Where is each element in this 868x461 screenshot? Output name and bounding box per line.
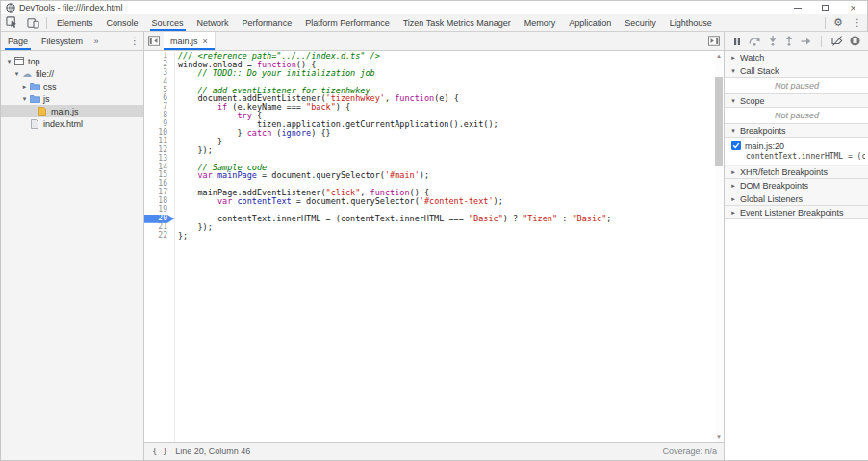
breakpoint-snippet[interactable]: contentText.innerHTML = (co… <box>731 152 865 161</box>
section-label: DOM Breakpoints <box>740 181 808 191</box>
section-dom-breakpoints[interactable]: ▸DOM Breakpoints <box>725 179 868 192</box>
settings-gear-icon[interactable]: ⚙ <box>829 14 848 31</box>
line-number[interactable]: 4 <box>144 78 174 87</box>
section-label: Watch <box>740 53 764 63</box>
tree-item-main-js[interactable]: main.js <box>1 105 143 117</box>
toolbar-divider <box>825 17 826 29</box>
step-into-icon[interactable] <box>768 36 778 46</box>
line-number[interactable]: 3 <box>144 69 174 78</box>
navigator-menu-icon[interactable]: ⋮ <box>126 32 143 50</box>
scroll-up-icon[interactable]: ▲ <box>714 52 724 61</box>
code-line: 18 var contentText = document.querySelec… <box>144 197 714 206</box>
deactivate-breakpoints-icon[interactable] <box>831 36 843 46</box>
minimize-button[interactable] <box>783 1 811 14</box>
line-number[interactable]: 1 <box>144 52 174 61</box>
script-icon <box>37 107 48 116</box>
cloud-icon: ☁ <box>21 70 33 78</box>
editor-tabstrip: main.js × <box>144 32 724 51</box>
tab-memory[interactable]: Memory <box>518 14 563 31</box>
code-text: // TODO:: Do your initialization job <box>178 69 375 78</box>
code-line: 12 }); <box>144 146 714 155</box>
main-menu-icon[interactable]: ⋮ <box>848 14 867 31</box>
tab-elements[interactable]: Elements <box>50 14 100 31</box>
tree-item-label: main.js <box>51 107 79 116</box>
device-toolbar-button[interactable] <box>22 14 43 31</box>
main-toolbar: ElementsConsoleSourcesNetworkPerformance… <box>1 14 867 32</box>
tree-item-label: top <box>28 57 40 66</box>
title-bar: DevTools - file:///index.html × <box>1 1 867 14</box>
section-scope[interactable]: ▾Scope <box>725 94 868 108</box>
section-event-listener-breakpoints[interactable]: ▸Event Listener Breakpoints <box>725 206 868 219</box>
coverage-status: Coverage: n/a <box>662 447 724 456</box>
more-tabs-icon[interactable]: » <box>89 32 103 50</box>
code-area[interactable]: 1/// <reference path="../../index.d.ts" … <box>144 52 714 442</box>
pause-icon[interactable] <box>732 37 742 46</box>
line-number[interactable]: 5 <box>144 87 174 95</box>
tree-item-js[interactable]: ▾js <box>1 92 143 105</box>
pause-on-exceptions-icon[interactable] <box>850 36 860 46</box>
step-over-icon[interactable] <box>749 37 761 46</box>
tab-platform-performance[interactable]: Platform Performance <box>298 14 396 31</box>
tab-console[interactable]: Console <box>100 14 145 31</box>
code-line: 10 } catch (ignore) {} <box>144 129 714 138</box>
breakpoint-badge[interactable]: 20 <box>144 215 174 223</box>
tab-tizen-task-metrics-manager[interactable]: Tizen Task Metrics Manager <box>396 14 518 31</box>
tree-item-file[interactable]: ▾☁file:// <box>1 67 143 80</box>
breakpoint-entry[interactable]: main.js:20contentText.innerHTML = (co… <box>725 138 868 166</box>
toggle-debugger-icon[interactable] <box>704 32 724 50</box>
device-toolbar-icon <box>27 17 39 29</box>
line-number[interactable]: 19 <box>144 206 174 215</box>
line-number[interactable]: 2 <box>144 61 174 69</box>
tab-network[interactable]: Network <box>191 14 236 31</box>
section-watch[interactable]: ▸Watch <box>725 51 868 64</box>
tree-item-label: css <box>43 82 57 91</box>
cursor-position: Line 20, Column 46 <box>175 447 250 456</box>
tab-security[interactable]: Security <box>618 14 663 31</box>
line-number[interactable]: 8 <box>144 112 174 120</box>
expander-closed-icon[interactable]: ▸ <box>20 83 29 90</box>
tab-sources[interactable]: Sources <box>145 14 191 31</box>
maximize-icon <box>822 5 829 11</box>
section-global-listeners[interactable]: ▸Global Listeners <box>725 192 868 206</box>
expander-open-icon[interactable]: ▾ <box>13 70 21 78</box>
scrollbar-thumb[interactable] <box>715 77 723 166</box>
line-number[interactable]: 6 <box>144 94 174 103</box>
tab-lighthouse[interactable]: Lighthouse <box>663 14 719 31</box>
tab-filesystem[interactable]: Filesystem <box>35 32 89 50</box>
breakpoint-checkbox[interactable] <box>731 141 741 152</box>
editor-scrollbar[interactable]: ▲ ▼ <box>714 52 724 442</box>
step-icon[interactable] <box>801 37 811 46</box>
tab-performance[interactable]: Performance <box>236 14 299 31</box>
close-button[interactable]: × <box>839 1 867 14</box>
tab-page[interactable]: Page <box>1 32 35 50</box>
section-call-stack[interactable]: ▾Call Stack <box>725 64 868 78</box>
editor-tab-mainjs[interactable]: main.js × <box>164 32 216 50</box>
inspect-element-button[interactable] <box>1 14 22 31</box>
tab-application[interactable]: Application <box>562 14 618 31</box>
expander-open-icon[interactable]: ▾ <box>20 95 29 103</box>
tree-item-css[interactable]: ▸css <box>1 80 143 92</box>
expander-open-icon[interactable]: ▾ <box>5 58 13 65</box>
debugger-toolbar <box>725 32 868 51</box>
step-out-icon[interactable] <box>784 36 794 46</box>
pretty-print-icon[interactable]: { } <box>144 447 175 456</box>
line-number[interactable]: 22 <box>144 232 174 241</box>
scroll-down-icon[interactable]: ▼ <box>714 433 724 442</box>
not-paused-message: Not paused <box>725 108 868 124</box>
toggle-navigator-icon[interactable] <box>144 32 164 50</box>
expander-closed-icon: ▸ <box>729 195 737 203</box>
code-text: contentText.innerHTML = (contentText.inn… <box>178 215 611 223</box>
section-breakpoints[interactable]: ▾Breakpoints <box>725 124 868 138</box>
code-line: 21 }); <box>144 223 714 232</box>
tree-item-label: file:// <box>36 69 54 79</box>
tree-item-top[interactable]: ▾top <box>1 55 143 67</box>
close-tab-icon[interactable]: × <box>203 37 208 46</box>
tree-item-index-html[interactable]: index.html <box>1 117 143 130</box>
code-line: 22}; <box>144 232 714 241</box>
section-xhr-fetch-breakpoints[interactable]: ▸XHR/fetch Breakpoints <box>725 166 868 179</box>
navigator-pane: Page Filesystem » ⋮ ▾top▾☁file://▸css▾js… <box>1 32 144 460</box>
maximize-button[interactable] <box>811 1 839 14</box>
inspect-cursor-icon <box>6 16 18 29</box>
line-number[interactable]: 7 <box>144 103 174 112</box>
section-label: Breakpoints <box>740 126 786 136</box>
